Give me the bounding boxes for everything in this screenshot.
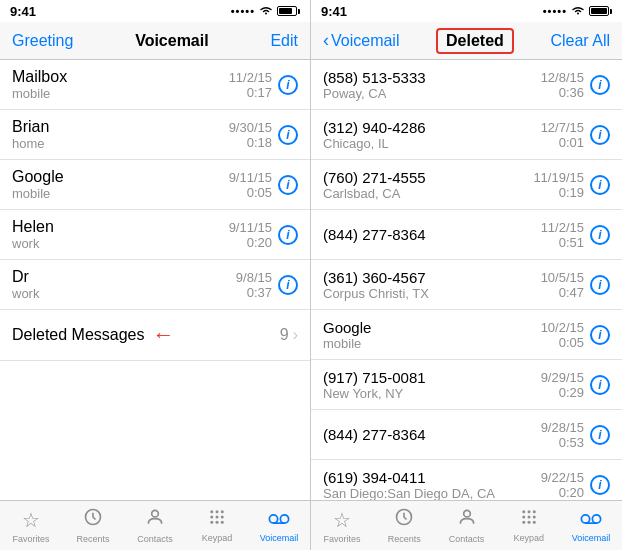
info-button[interactable]: i (278, 75, 298, 95)
right-tab-keypad[interactable]: Keypad (498, 501, 560, 550)
info-button[interactable]: i (590, 425, 610, 445)
right-wifi-icon (571, 4, 585, 18)
left-tab-favorites[interactable]: ☆ Favorites (0, 501, 62, 550)
right-deleted-item[interactable]: Google mobile 10/2/15 0:05 i (311, 310, 622, 360)
left-nav-edit[interactable]: Edit (270, 32, 298, 50)
left-nav-title: Voicemail (135, 32, 209, 50)
svg-point-22 (522, 521, 525, 524)
left-tab-keypad[interactable]: Keypad (186, 501, 248, 550)
left-tab-contacts[interactable]: Contacts (124, 501, 186, 550)
right-deleted-item[interactable]: (760) 271-4555 Carlsbad, CA 11/19/15 0:1… (311, 160, 622, 210)
info-button[interactable]: i (590, 125, 610, 145)
right-signal-icon: ••••• (543, 5, 567, 17)
svg-point-16 (522, 510, 525, 513)
left-voicemail-item[interactable]: Brian home 9/30/15 0:18 i (0, 110, 310, 160)
right-deleted-item[interactable]: (917) 715-0081 New York, NY 9/29/15 0:29… (311, 360, 622, 410)
info-button[interactable]: i (278, 175, 298, 195)
deleted-messages-label: Deleted Messages (12, 326, 145, 344)
voicemail-icon (268, 508, 290, 531)
info-button[interactable]: i (590, 225, 610, 245)
right-nav-bar: ‹ Voicemail Deleted Clear All (311, 22, 622, 60)
chevron-right-icon: › (293, 326, 298, 344)
left-wifi-icon (259, 4, 273, 18)
right-deleted-item[interactable]: (361) 360-4567 Corpus Christi, TX 10/5/1… (311, 260, 622, 310)
left-tab-bar: ☆ Favorites Recents Contacts Keypad Vo (0, 500, 310, 550)
right-nav-title: Deleted (436, 28, 514, 54)
left-status-icons: ••••• (231, 4, 300, 18)
info-button[interactable]: i (278, 125, 298, 145)
svg-point-18 (532, 510, 535, 513)
svg-point-11 (269, 515, 277, 523)
r-favorites-icon: ☆ (333, 508, 351, 532)
left-nav-bar: Greeting Voicemail Edit (0, 22, 310, 60)
left-voicemail-list: Mailbox mobile 11/2/15 0:17 i Brian home… (0, 60, 310, 500)
right-deleted-item[interactable]: (619) 394-0411 San Diego:San Diego DA, C… (311, 460, 622, 500)
r-voicemail-label: Voicemail (572, 533, 611, 543)
right-tab-voicemail[interactable]: Voicemail (560, 501, 622, 550)
back-chevron-icon: ‹ (323, 30, 329, 51)
svg-point-4 (221, 510, 224, 513)
svg-point-15 (463, 510, 470, 517)
right-deleted-list: (858) 513-5333 Poway, CA 12/8/15 0:36 i … (311, 60, 622, 500)
keypad-label: Keypad (202, 533, 233, 543)
left-voicemail-item[interactable]: Helen work 9/11/15 0:20 i (0, 210, 310, 260)
right-deleted-item[interactable]: (844) 277-8364 9/28/15 0:53 i (311, 410, 622, 460)
right-tab-bar: ☆ Favorites Recents Contacts Keypad Vo (311, 500, 622, 550)
left-nav-left[interactable]: Greeting (12, 32, 73, 50)
right-panel: 9:41 ••••• ‹ Voicemail Deleted Clear All (311, 0, 622, 550)
left-tab-voicemail[interactable]: Voicemail (248, 501, 310, 550)
right-status-bar: 9:41 ••••• (311, 0, 622, 22)
r-recents-icon (394, 507, 414, 532)
info-button[interactable]: i (590, 325, 610, 345)
contacts-label: Contacts (137, 534, 173, 544)
svg-point-17 (527, 510, 530, 513)
left-status-bar: 9:41 ••••• (0, 0, 310, 22)
r-recents-label: Recents (388, 534, 421, 544)
right-tab-recents[interactable]: Recents (373, 501, 435, 550)
svg-point-24 (532, 521, 535, 524)
deleted-count: 9 (280, 326, 289, 344)
right-time: 9:41 (321, 4, 347, 19)
info-button[interactable]: i (590, 175, 610, 195)
svg-point-12 (280, 515, 288, 523)
r-keypad-icon (520, 508, 538, 531)
svg-point-5 (210, 516, 213, 519)
svg-point-1 (152, 510, 159, 517)
right-nav-clear-all[interactable]: Clear All (550, 32, 610, 50)
deleted-messages-row[interactable]: Deleted Messages ← 9 › (0, 310, 310, 361)
favorites-label: Favorites (12, 534, 49, 544)
right-deleted-item[interactable]: (312) 940-4286 Chicago, IL 12/7/15 0:01 … (311, 110, 622, 160)
contacts-icon (145, 507, 165, 532)
info-button[interactable]: i (278, 275, 298, 295)
info-button[interactable]: i (590, 75, 610, 95)
info-button[interactable]: i (590, 375, 610, 395)
r-voicemail-icon (580, 508, 602, 531)
recents-label: Recents (76, 534, 109, 544)
r-favorites-label: Favorites (324, 534, 361, 544)
r-contacts-icon (457, 507, 477, 532)
right-tab-contacts[interactable]: Contacts (435, 501, 497, 550)
info-button[interactable]: i (590, 475, 610, 495)
left-voicemail-item[interactable]: Mailbox mobile 11/2/15 0:17 i (0, 60, 310, 110)
left-signal-icon: ••••• (231, 5, 255, 17)
svg-point-6 (216, 516, 219, 519)
r-contacts-label: Contacts (449, 534, 485, 544)
favorites-icon: ☆ (22, 508, 40, 532)
keypad-icon (208, 508, 226, 531)
right-battery-icon (589, 6, 612, 16)
right-nav-back[interactable]: ‹ Voicemail (323, 30, 399, 51)
right-deleted-item[interactable]: (844) 277-8364 11/2/15 0:51 i (311, 210, 622, 260)
right-status-icons: ••••• (543, 4, 612, 18)
svg-point-10 (221, 521, 224, 524)
svg-point-23 (527, 521, 530, 524)
svg-point-3 (216, 510, 219, 513)
info-button[interactable]: i (278, 225, 298, 245)
left-tab-recents[interactable]: Recents (62, 501, 124, 550)
svg-point-8 (210, 521, 213, 524)
left-voicemail-item[interactable]: Dr work 9/8/15 0:37 i (0, 260, 310, 310)
svg-point-19 (522, 516, 525, 519)
right-deleted-item[interactable]: (858) 513-5333 Poway, CA 12/8/15 0:36 i (311, 60, 622, 110)
info-button[interactable]: i (590, 275, 610, 295)
right-tab-favorites[interactable]: ☆ Favorites (311, 501, 373, 550)
left-voicemail-item[interactable]: Google mobile 9/11/15 0:05 i (0, 160, 310, 210)
